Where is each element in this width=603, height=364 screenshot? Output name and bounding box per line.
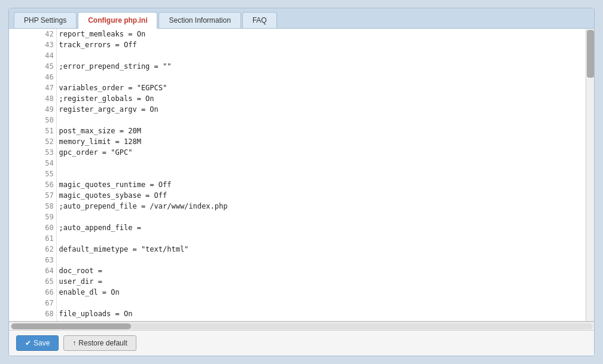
- table-row: 46: [9, 72, 594, 82]
- table-row: 53gpc_order = "GPC": [9, 147, 594, 158]
- footer-bar: ✔ Save ↑ Restore default: [9, 330, 594, 356]
- line-number: 51: [9, 126, 56, 136]
- line-number: 49: [9, 104, 56, 115]
- line-code: report_memleaks = On: [56, 29, 594, 39]
- table-row: 68file_uploads = On: [9, 308, 594, 319]
- line-code: magic_quotes_runtime = Off: [56, 179, 594, 190]
- table-row: 59: [9, 212, 594, 222]
- tab-configure-php[interactable]: Configure php.ini: [78, 12, 157, 29]
- line-code: memory_limit = 128M: [56, 136, 594, 147]
- line-number: 65: [9, 276, 56, 287]
- table-row: 61: [9, 233, 594, 244]
- line-number: 54: [9, 158, 56, 169]
- code-table: 42report_memleaks = On43track_errors = O…: [9, 29, 594, 321]
- table-row: 64doc_root =: [9, 265, 594, 276]
- line-code: track_errors = Off: [56, 39, 594, 50]
- line-code: [56, 233, 594, 244]
- line-number: 62: [9, 244, 56, 255]
- table-row: 62default_mimetype = "text/html": [9, 244, 594, 255]
- line-code: user_dir =: [56, 276, 594, 287]
- table-row: 58;auto_prepend_file = /var/www/index.ph…: [9, 201, 594, 212]
- line-number: 52: [9, 136, 56, 147]
- line-number: 58: [9, 201, 56, 212]
- table-row: 60;auto_append_file =: [9, 222, 594, 233]
- table-row: 51post_max_size = 20M: [9, 126, 594, 136]
- restore-label: Restore default: [78, 339, 127, 347]
- line-code: ;error_prepend_string = "": [56, 61, 594, 72]
- line-code: [56, 212, 594, 222]
- line-code: [56, 115, 594, 126]
- line-number: 53: [9, 147, 56, 158]
- line-code: file_uploads = On: [56, 308, 594, 319]
- line-code: upload_tmp_dir = /tmp: [56, 319, 594, 321]
- line-code: ;auto_prepend_file = /var/www/index.php: [56, 201, 594, 212]
- line-number: 67: [9, 298, 56, 308]
- line-number: 42: [9, 29, 56, 39]
- tab-php-settings[interactable]: PHP Settings: [14, 12, 77, 28]
- tab-bar: PHP SettingsConfigure php.iniSection Inf…: [9, 8, 594, 29]
- line-code: ;register_globals = On: [56, 93, 594, 104]
- line-code: variables_order = "EGPCS": [56, 82, 594, 93]
- line-number: 48: [9, 93, 56, 104]
- line-number: 64: [9, 265, 56, 276]
- restore-button[interactable]: ↑ Restore default: [63, 335, 136, 351]
- table-row: 43track_errors = Off: [9, 39, 594, 50]
- line-number: 46: [9, 72, 56, 82]
- content-area: 42report_memleaks = On43track_errors = O…: [9, 29, 594, 356]
- line-number: 69: [9, 319, 56, 321]
- line-number: 68: [9, 308, 56, 319]
- line-number: 60: [9, 222, 56, 233]
- table-row: 66enable_dl = On: [9, 287, 594, 298]
- scrollbar-track-h: [10, 323, 593, 329]
- table-row: 48;register_globals = On: [9, 93, 594, 104]
- vertical-scrollbar[interactable]: [586, 29, 594, 321]
- line-number: 47: [9, 82, 56, 93]
- restore-icon: ↑: [72, 339, 76, 347]
- table-row: 49register_argc_argv = On: [9, 104, 594, 115]
- main-panel: PHP SettingsConfigure php.iniSection Inf…: [8, 8, 595, 356]
- line-number: 57: [9, 190, 56, 201]
- line-number: 44: [9, 50, 56, 61]
- line-number: 50: [9, 115, 56, 126]
- line-code: magic_quotes_sybase = Off: [56, 190, 594, 201]
- line-code: [56, 255, 594, 265]
- line-code: enable_dl = On: [56, 287, 594, 298]
- save-icon: ✔: [25, 339, 31, 347]
- table-row: 52memory_limit = 128M: [9, 136, 594, 147]
- editor-scroll[interactable]: 42report_memleaks = On43track_errors = O…: [9, 29, 594, 321]
- editor-area[interactable]: 42report_memleaks = On43track_errors = O…: [9, 29, 594, 322]
- line-code: gpc_order = "GPC": [56, 147, 594, 158]
- tab-section-info[interactable]: Section Information: [159, 12, 240, 28]
- line-code: [56, 72, 594, 82]
- line-number: 63: [9, 255, 56, 265]
- line-number: 56: [9, 179, 56, 190]
- scrollbar-thumb-v: [587, 30, 594, 78]
- line-code: [56, 158, 594, 169]
- table-row: 42report_memleaks = On: [9, 29, 594, 39]
- line-code: [56, 50, 594, 61]
- line-code: default_mimetype = "text/html": [56, 244, 594, 255]
- table-row: 54: [9, 158, 594, 169]
- table-row: 55: [9, 169, 594, 179]
- table-row: 56magic_quotes_runtime = Off: [9, 179, 594, 190]
- table-row: 69upload_tmp_dir = /tmp: [9, 319, 594, 321]
- line-code: [56, 298, 594, 308]
- line-number: 61: [9, 233, 56, 244]
- table-row: 63: [9, 255, 594, 265]
- line-number: 66: [9, 287, 56, 298]
- table-row: 45;error_prepend_string = "": [9, 61, 594, 72]
- line-number: 45: [9, 61, 56, 72]
- save-button[interactable]: ✔ Save: [16, 335, 59, 351]
- tab-faq[interactable]: FAQ: [242, 12, 277, 28]
- table-row: 65user_dir =: [9, 276, 594, 287]
- line-code: doc_root =: [56, 265, 594, 276]
- horizontal-scrollbar[interactable]: [9, 322, 594, 330]
- table-row: 57magic_quotes_sybase = Off: [9, 190, 594, 201]
- line-number: 43: [9, 39, 56, 50]
- table-row: 50: [9, 115, 594, 126]
- line-number: 55: [9, 169, 56, 179]
- line-code: [56, 169, 594, 179]
- scrollbar-thumb-h: [11, 323, 131, 329]
- line-code: ;auto_append_file =: [56, 222, 594, 233]
- line-number: 59: [9, 212, 56, 222]
